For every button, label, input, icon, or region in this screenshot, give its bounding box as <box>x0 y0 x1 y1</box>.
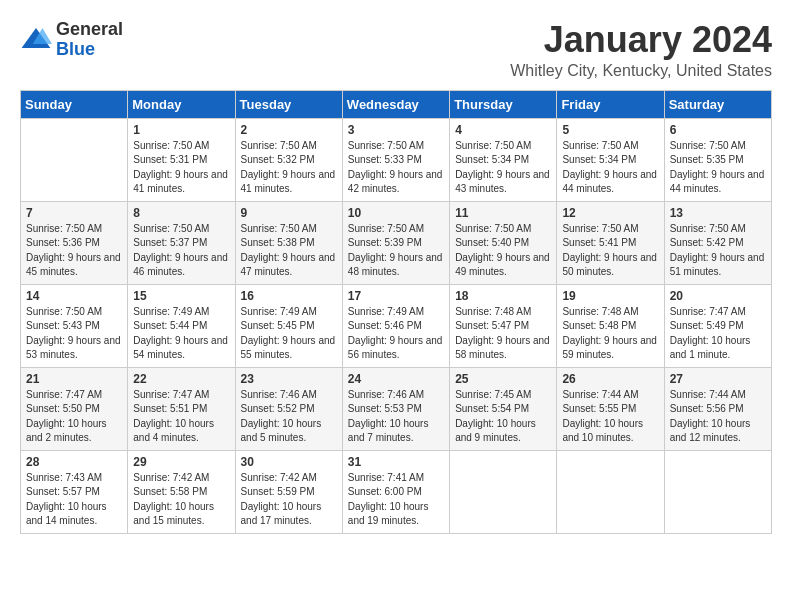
calendar-cell: 8Sunrise: 7:50 AMSunset: 5:37 PMDaylight… <box>128 201 235 284</box>
day-number: 19 <box>562 289 658 303</box>
calendar-cell: 17Sunrise: 7:49 AMSunset: 5:46 PMDayligh… <box>342 284 449 367</box>
day-info: Sunrise: 7:50 AMSunset: 5:42 PMDaylight:… <box>670 222 766 280</box>
day-number: 1 <box>133 123 229 137</box>
day-number: 14 <box>26 289 122 303</box>
logo: General Blue <box>20 20 123 60</box>
logo-icon <box>20 24 52 56</box>
calendar-cell: 21Sunrise: 7:47 AMSunset: 5:50 PMDayligh… <box>21 367 128 450</box>
day-info: Sunrise: 7:50 AMSunset: 5:38 PMDaylight:… <box>241 222 337 280</box>
calendar-week-row: 14Sunrise: 7:50 AMSunset: 5:43 PMDayligh… <box>21 284 772 367</box>
day-number: 15 <box>133 289 229 303</box>
weekday-header-saturday: Saturday <box>664 90 771 118</box>
day-number: 6 <box>670 123 766 137</box>
day-number: 31 <box>348 455 444 469</box>
day-info: Sunrise: 7:50 AMSunset: 5:39 PMDaylight:… <box>348 222 444 280</box>
title-area: January 2024 Whitley City, Kentucky, Uni… <box>510 20 772 80</box>
calendar-cell: 9Sunrise: 7:50 AMSunset: 5:38 PMDaylight… <box>235 201 342 284</box>
day-info: Sunrise: 7:50 AMSunset: 5:37 PMDaylight:… <box>133 222 229 280</box>
day-number: 9 <box>241 206 337 220</box>
calendar-cell: 25Sunrise: 7:45 AMSunset: 5:54 PMDayligh… <box>450 367 557 450</box>
day-number: 23 <box>241 372 337 386</box>
day-number: 4 <box>455 123 551 137</box>
calendar-cell: 10Sunrise: 7:50 AMSunset: 5:39 PMDayligh… <box>342 201 449 284</box>
day-number: 29 <box>133 455 229 469</box>
day-info: Sunrise: 7:50 AMSunset: 5:34 PMDaylight:… <box>455 139 551 197</box>
weekday-header-monday: Monday <box>128 90 235 118</box>
day-info: Sunrise: 7:47 AMSunset: 5:50 PMDaylight:… <box>26 388 122 446</box>
calendar-cell: 5Sunrise: 7:50 AMSunset: 5:34 PMDaylight… <box>557 118 664 201</box>
calendar-cell: 13Sunrise: 7:50 AMSunset: 5:42 PMDayligh… <box>664 201 771 284</box>
day-info: Sunrise: 7:50 AMSunset: 5:33 PMDaylight:… <box>348 139 444 197</box>
calendar-cell: 29Sunrise: 7:42 AMSunset: 5:58 PMDayligh… <box>128 450 235 533</box>
calendar-cell: 19Sunrise: 7:48 AMSunset: 5:48 PMDayligh… <box>557 284 664 367</box>
calendar-cell: 28Sunrise: 7:43 AMSunset: 5:57 PMDayligh… <box>21 450 128 533</box>
calendar-cell: 20Sunrise: 7:47 AMSunset: 5:49 PMDayligh… <box>664 284 771 367</box>
calendar-cell: 2Sunrise: 7:50 AMSunset: 5:32 PMDaylight… <box>235 118 342 201</box>
logo-general-text: General <box>56 20 123 40</box>
day-number: 20 <box>670 289 766 303</box>
calendar-cell: 4Sunrise: 7:50 AMSunset: 5:34 PMDaylight… <box>450 118 557 201</box>
calendar-cell: 27Sunrise: 7:44 AMSunset: 5:56 PMDayligh… <box>664 367 771 450</box>
calendar-cell: 1Sunrise: 7:50 AMSunset: 5:31 PMDaylight… <box>128 118 235 201</box>
day-info: Sunrise: 7:49 AMSunset: 5:46 PMDaylight:… <box>348 305 444 363</box>
day-info: Sunrise: 7:50 AMSunset: 5:40 PMDaylight:… <box>455 222 551 280</box>
calendar-week-row: 21Sunrise: 7:47 AMSunset: 5:50 PMDayligh… <box>21 367 772 450</box>
calendar-subtitle: Whitley City, Kentucky, United States <box>510 62 772 80</box>
day-info: Sunrise: 7:47 AMSunset: 5:51 PMDaylight:… <box>133 388 229 446</box>
weekday-header-row: SundayMondayTuesdayWednesdayThursdayFrid… <box>21 90 772 118</box>
day-info: Sunrise: 7:50 AMSunset: 5:41 PMDaylight:… <box>562 222 658 280</box>
day-number: 26 <box>562 372 658 386</box>
day-number: 3 <box>348 123 444 137</box>
day-number: 18 <box>455 289 551 303</box>
day-number: 13 <box>670 206 766 220</box>
calendar-cell: 26Sunrise: 7:44 AMSunset: 5:55 PMDayligh… <box>557 367 664 450</box>
calendar-cell: 11Sunrise: 7:50 AMSunset: 5:40 PMDayligh… <box>450 201 557 284</box>
calendar-week-row: 28Sunrise: 7:43 AMSunset: 5:57 PMDayligh… <box>21 450 772 533</box>
calendar-cell <box>450 450 557 533</box>
day-number: 22 <box>133 372 229 386</box>
calendar-cell <box>557 450 664 533</box>
day-info: Sunrise: 7:42 AMSunset: 5:59 PMDaylight:… <box>241 471 337 529</box>
day-info: Sunrise: 7:46 AMSunset: 5:53 PMDaylight:… <box>348 388 444 446</box>
day-info: Sunrise: 7:46 AMSunset: 5:52 PMDaylight:… <box>241 388 337 446</box>
day-number: 25 <box>455 372 551 386</box>
day-info: Sunrise: 7:48 AMSunset: 5:48 PMDaylight:… <box>562 305 658 363</box>
calendar-cell: 22Sunrise: 7:47 AMSunset: 5:51 PMDayligh… <box>128 367 235 450</box>
calendar-week-row: 7Sunrise: 7:50 AMSunset: 5:36 PMDaylight… <box>21 201 772 284</box>
day-number: 24 <box>348 372 444 386</box>
day-number: 2 <box>241 123 337 137</box>
calendar-title: January 2024 <box>510 20 772 60</box>
day-info: Sunrise: 7:50 AMSunset: 5:35 PMDaylight:… <box>670 139 766 197</box>
weekday-header-friday: Friday <box>557 90 664 118</box>
day-number: 28 <box>26 455 122 469</box>
weekday-header-sunday: Sunday <box>21 90 128 118</box>
calendar-cell: 30Sunrise: 7:42 AMSunset: 5:59 PMDayligh… <box>235 450 342 533</box>
calendar-cell: 16Sunrise: 7:49 AMSunset: 5:45 PMDayligh… <box>235 284 342 367</box>
day-info: Sunrise: 7:49 AMSunset: 5:45 PMDaylight:… <box>241 305 337 363</box>
weekday-header-thursday: Thursday <box>450 90 557 118</box>
day-info: Sunrise: 7:41 AMSunset: 6:00 PMDaylight:… <box>348 471 444 529</box>
weekday-header-wednesday: Wednesday <box>342 90 449 118</box>
day-number: 5 <box>562 123 658 137</box>
calendar-cell: 23Sunrise: 7:46 AMSunset: 5:52 PMDayligh… <box>235 367 342 450</box>
day-info: Sunrise: 7:45 AMSunset: 5:54 PMDaylight:… <box>455 388 551 446</box>
calendar-cell: 14Sunrise: 7:50 AMSunset: 5:43 PMDayligh… <box>21 284 128 367</box>
day-number: 21 <box>26 372 122 386</box>
calendar-week-row: 1Sunrise: 7:50 AMSunset: 5:31 PMDaylight… <box>21 118 772 201</box>
day-number: 30 <box>241 455 337 469</box>
day-info: Sunrise: 7:48 AMSunset: 5:47 PMDaylight:… <box>455 305 551 363</box>
calendar-cell: 12Sunrise: 7:50 AMSunset: 5:41 PMDayligh… <box>557 201 664 284</box>
day-info: Sunrise: 7:50 AMSunset: 5:32 PMDaylight:… <box>241 139 337 197</box>
day-info: Sunrise: 7:50 AMSunset: 5:36 PMDaylight:… <box>26 222 122 280</box>
calendar-cell: 18Sunrise: 7:48 AMSunset: 5:47 PMDayligh… <box>450 284 557 367</box>
calendar-cell: 3Sunrise: 7:50 AMSunset: 5:33 PMDaylight… <box>342 118 449 201</box>
day-info: Sunrise: 7:50 AMSunset: 5:34 PMDaylight:… <box>562 139 658 197</box>
day-info: Sunrise: 7:44 AMSunset: 5:55 PMDaylight:… <box>562 388 658 446</box>
header: General Blue January 2024 Whitley City, … <box>20 20 772 80</box>
day-info: Sunrise: 7:50 AMSunset: 5:31 PMDaylight:… <box>133 139 229 197</box>
calendar-cell: 7Sunrise: 7:50 AMSunset: 5:36 PMDaylight… <box>21 201 128 284</box>
calendar-cell: 24Sunrise: 7:46 AMSunset: 5:53 PMDayligh… <box>342 367 449 450</box>
day-number: 10 <box>348 206 444 220</box>
day-number: 8 <box>133 206 229 220</box>
day-number: 27 <box>670 372 766 386</box>
